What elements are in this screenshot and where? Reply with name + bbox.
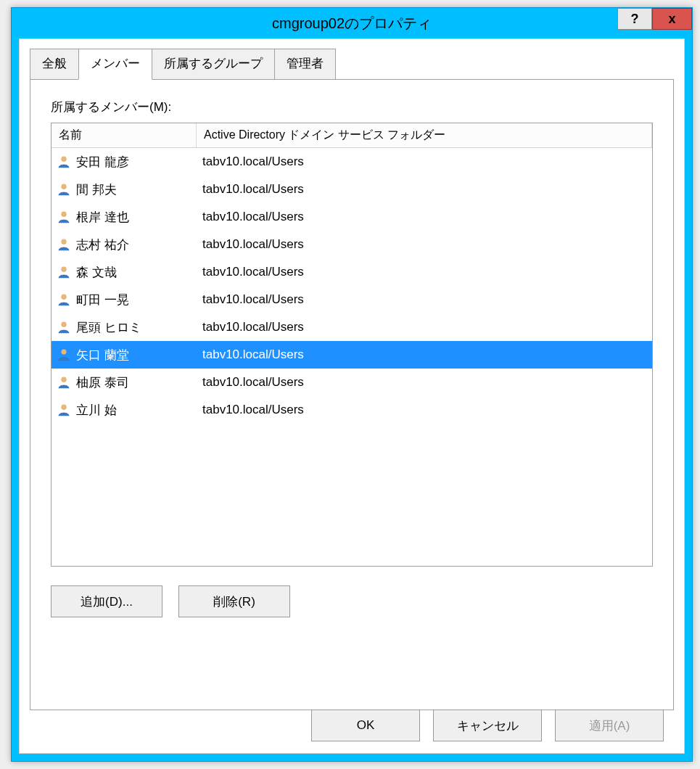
close-icon: x — [668, 12, 675, 27]
remove-button[interactable]: 削除(R) — [178, 585, 290, 617]
member-row[interactable]: 間 邦夫tabv10.local/Users — [52, 176, 652, 203]
user-icon-svg — [57, 155, 71, 169]
user-icon-svg — [57, 375, 71, 390]
members-tab-panel: 所属するメンバー(M): 名前 Active Directory ドメイン サー… — [30, 79, 674, 710]
member-name: 立川 始 — [76, 402, 117, 419]
cancel-button[interactable]: キャンセル — [433, 710, 542, 741]
listview-body: 安田 龍彦tabv10.local/Users間 邦夫tabv10.local/… — [52, 148, 652, 424]
member-name: 町田 一晃 — [76, 292, 129, 308]
svg-point-17 — [62, 377, 67, 382]
user-icon — [56, 319, 72, 335]
member-cell-name: 町田 一晃 — [52, 286, 197, 313]
member-row[interactable]: 安田 龍彦tabv10.local/Users — [52, 148, 652, 176]
column-header-name[interactable]: 名前 — [52, 123, 197, 147]
user-icon-svg — [57, 210, 71, 224]
member-row[interactable]: 根岸 達也tabv10.local/Users — [52, 203, 652, 231]
client-area: 全般メンバー所属するグループ管理者 所属するメンバー(M): 名前 Active… — [19, 38, 685, 754]
ok-button[interactable]: OK — [311, 710, 420, 741]
member-cell-folder: tabv10.local/Users — [197, 313, 652, 341]
member-cell-folder: tabv10.local/Users — [197, 258, 652, 286]
user-icon-svg — [57, 265, 71, 279]
svg-point-7 — [62, 239, 67, 244]
member-cell-name: 柚原 泰司 — [52, 369, 197, 396]
question-icon: ? — [631, 12, 639, 27]
svg-point-9 — [62, 267, 67, 272]
svg-point-19 — [62, 405, 67, 410]
user-icon-svg — [57, 320, 71, 334]
user-icon — [56, 347, 72, 363]
tab-所属するグループ[interactable]: 所属するグループ — [152, 49, 275, 80]
titlebar: cmgroup02のプロパティ ? x — [12, 8, 692, 38]
member-row[interactable]: 尾頭 ヒロミtabv10.local/Users — [52, 313, 652, 341]
member-cell-folder: tabv10.local/Users — [197, 203, 652, 231]
titlebar-buttons: ? x — [617, 8, 692, 30]
svg-point-1 — [62, 157, 67, 162]
member-row[interactable]: 町田 一晃tabv10.local/Users — [52, 286, 652, 313]
tab-全般[interactable]: 全般 — [30, 49, 79, 80]
user-icon-svg — [57, 348, 71, 362]
member-cell-name: 間 邦夫 — [52, 176, 197, 203]
user-icon — [56, 209, 72, 225]
user-icon — [56, 402, 72, 418]
user-icon — [56, 154, 72, 170]
member-row[interactable]: 志村 祐介tabv10.local/Users — [52, 231, 652, 258]
svg-point-15 — [62, 350, 67, 355]
properties-dialog: cmgroup02のプロパティ ? x 全般メンバー所属するグループ管理者 所属… — [11, 7, 693, 762]
svg-point-3 — [62, 184, 67, 189]
member-row[interactable]: 立川 始tabv10.local/Users — [52, 396, 652, 424]
member-cell-folder: tabv10.local/Users — [197, 396, 652, 424]
member-name: 尾頭 ヒロミ — [76, 319, 141, 336]
dialog-buttons: OK キャンセル 適用(A) — [311, 710, 664, 741]
svg-point-13 — [62, 322, 67, 327]
member-cell-folder: tabv10.local/Users — [197, 369, 652, 396]
member-row[interactable]: 柚原 泰司tabv10.local/Users — [52, 369, 652, 396]
user-icon — [56, 181, 72, 197]
member-cell-name: 尾頭 ヒロミ — [52, 313, 197, 341]
user-icon — [56, 292, 72, 308]
member-cell-name: 安田 龍彦 — [52, 148, 197, 176]
member-name: 柚原 泰司 — [76, 374, 129, 391]
user-icon — [56, 374, 72, 390]
user-icon-svg — [57, 292, 71, 307]
user-icon-svg — [57, 403, 71, 417]
member-cell-name: 志村 祐介 — [52, 231, 197, 258]
member-name: 安田 龍彦 — [76, 154, 129, 170]
members-label: 所属するメンバー(M): — [51, 99, 653, 115]
user-icon-svg — [57, 237, 71, 252]
apply-button[interactable]: 適用(A) — [555, 710, 664, 741]
member-cell-name: 矢口 蘭堂 — [52, 341, 197, 369]
tabstrip: 全般メンバー所属するグループ管理者 — [20, 39, 684, 79]
member-cell-folder: tabv10.local/Users — [197, 148, 652, 176]
tab-管理者[interactable]: 管理者 — [274, 49, 336, 80]
action-buttons: 追加(D)... 削除(R) — [51, 585, 653, 617]
member-name: 間 邦夫 — [76, 181, 117, 198]
member-cell-name: 森 文哉 — [52, 258, 197, 286]
svg-point-5 — [62, 212, 67, 217]
tab-メンバー[interactable]: メンバー — [78, 49, 152, 80]
svg-point-11 — [62, 295, 67, 300]
close-button[interactable]: x — [652, 8, 692, 30]
member-row[interactable]: 森 文哉tabv10.local/Users — [52, 258, 652, 286]
column-header-folder[interactable]: Active Directory ドメイン サービス フォルダー — [197, 123, 652, 147]
member-cell-folder: tabv10.local/Users — [197, 176, 652, 203]
user-icon — [56, 264, 72, 280]
member-cell-folder: tabv10.local/Users — [197, 286, 652, 313]
user-icon-svg — [57, 182, 71, 197]
add-button[interactable]: 追加(D)... — [51, 585, 162, 617]
member-name: 森 文哉 — [76, 264, 117, 281]
member-name: 根岸 達也 — [76, 209, 129, 226]
member-cell-folder: tabv10.local/Users — [197, 341, 652, 369]
member-cell-folder: tabv10.local/Users — [197, 231, 652, 258]
members-listview[interactable]: 名前 Active Directory ドメイン サービス フォルダー 安田 龍… — [51, 123, 653, 567]
member-name: 矢口 蘭堂 — [76, 347, 129, 363]
user-icon — [56, 237, 72, 252]
member-row[interactable]: 矢口 蘭堂tabv10.local/Users — [52, 341, 652, 369]
help-button[interactable]: ? — [617, 8, 652, 30]
member-name: 志村 祐介 — [76, 237, 129, 253]
window-title: cmgroup02のプロパティ — [12, 14, 692, 33]
listview-header: 名前 Active Directory ドメイン サービス フォルダー — [52, 123, 652, 148]
member-cell-name: 根岸 達也 — [52, 203, 197, 231]
member-cell-name: 立川 始 — [52, 396, 197, 424]
